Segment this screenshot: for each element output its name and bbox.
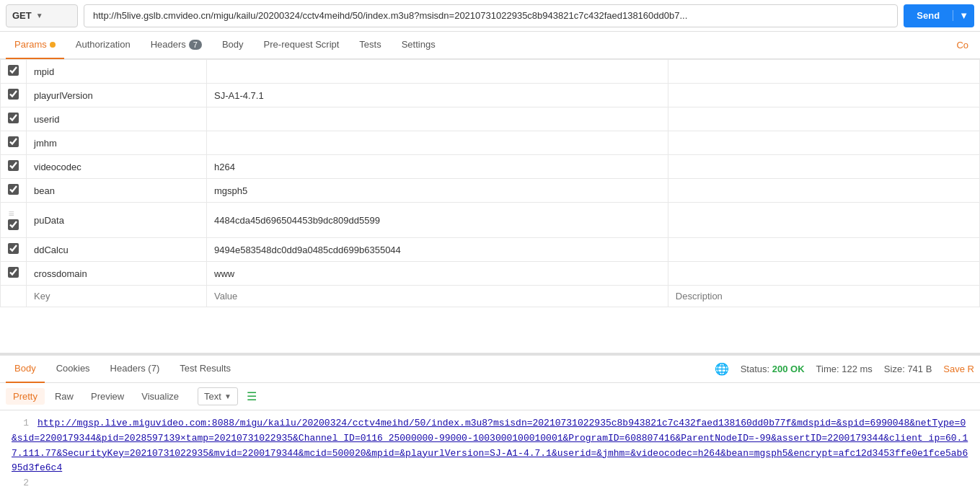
- param-checkbox-7[interactable]: [8, 243, 19, 254]
- checkbox-cell-1: [1, 84, 27, 107]
- fmt-tab-visualize[interactable]: Visualize: [134, 388, 186, 405]
- params-footer-row: [1, 286, 980, 307]
- table-row: crossdomain www: [1, 262, 980, 286]
- fmt-tab-pretty[interactable]: Pretty: [6, 388, 45, 405]
- tab-params[interactable]: Params: [6, 32, 64, 59]
- response-tab-cookies[interactable]: Cookies: [48, 356, 99, 383]
- tab-settings-label: Settings: [402, 39, 436, 50]
- response-tab-test-results[interactable]: Test Results: [171, 356, 239, 383]
- tab-prerequest[interactable]: Pre-request Script: [255, 32, 348, 59]
- table-row: playurlVersion SJ-A1-4.7.1: [1, 84, 980, 107]
- tab-authorization[interactable]: Authorization: [67, 32, 139, 59]
- tab-headers[interactable]: Headers 7: [142, 32, 211, 59]
- size-label: Size: 741 B: [884, 364, 932, 374]
- response-meta: 🌐 Status: 200 OK Time: 122 ms Size: 741 …: [715, 362, 974, 376]
- checkbox-cell-0: [1, 60, 27, 84]
- value-cell-2: [207, 107, 668, 131]
- value-cell-1: SJ-A1-4.7.1: [207, 84, 668, 107]
- checkbox-cell-2: [1, 107, 27, 131]
- url-input[interactable]: [84, 4, 898, 27]
- checkbox-cell-3: [1, 131, 27, 155]
- value-cell-5: mgsph5: [207, 179, 668, 203]
- params-dot: [50, 42, 56, 48]
- tab-prerequest-label: Pre-request Script: [264, 39, 340, 50]
- wrap-icon[interactable]: ☰: [247, 390, 257, 403]
- tab-settings[interactable]: Settings: [393, 32, 444, 59]
- table-row: userid: [1, 107, 980, 131]
- response-tab-cookies-label: Cookies: [56, 363, 90, 374]
- globe-icon[interactable]: 🌐: [715, 362, 729, 376]
- body-format-bar: Pretty Raw Preview Visualize Text ▼ ☰: [0, 383, 980, 410]
- tab-authorization-label: Authorization: [76, 39, 131, 50]
- key-text-1: playurlVersion: [34, 90, 93, 101]
- method-label: GET: [12, 10, 32, 21]
- checkbox-cell-4: [1, 155, 27, 179]
- top-bar: GET ▼ Send ▼: [0, 0, 980, 32]
- fmt-tab-raw[interactable]: Raw: [48, 388, 81, 405]
- body-type-dropdown[interactable]: Text ▼: [198, 387, 238, 405]
- key-cell-2: userid: [27, 107, 207, 131]
- key-cell-7: ddCalcu: [27, 238, 207, 262]
- desc-cell-6: [668, 203, 979, 238]
- tab-tests-label: Tests: [359, 39, 381, 50]
- new-description-input[interactable]: [676, 291, 972, 302]
- checkbox-cell-6: ≡: [1, 203, 27, 238]
- line-number: 1: [12, 416, 29, 431]
- new-key-input[interactable]: [34, 291, 199, 302]
- param-checkbox-5[interactable]: [8, 184, 19, 195]
- headers-badge: 7: [189, 40, 202, 50]
- checkbox-cell-7: [1, 238, 27, 262]
- desc-cell-4: [668, 155, 979, 179]
- param-checkbox-1[interactable]: [8, 89, 19, 100]
- body-type-arrow-icon: ▼: [224, 392, 231, 400]
- new-value-input[interactable]: [214, 291, 661, 302]
- param-checkbox-8[interactable]: [8, 267, 19, 278]
- value-cell-3: [207, 131, 668, 155]
- response-line: 2: [12, 476, 968, 491]
- params-table-wrapper: mpid playurlVersion SJ-A1-4.7.1: [0, 59, 980, 353]
- param-checkbox-0[interactable]: [8, 65, 19, 76]
- param-checkbox-2[interactable]: [8, 113, 19, 123]
- key-text-3: jmhm: [34, 138, 57, 149]
- key-text-2: userid: [34, 114, 59, 125]
- value-text-8: www: [214, 268, 234, 279]
- response-tab-headers[interactable]: Headers (7): [102, 356, 169, 383]
- tab-tests[interactable]: Tests: [350, 32, 389, 59]
- tab-body[interactable]: Body: [213, 32, 252, 59]
- fmt-tab-pretty-label: Pretty: [13, 391, 37, 402]
- save-response-link[interactable]: Save R: [943, 364, 974, 374]
- send-button[interactable]: Send ▼: [904, 4, 974, 27]
- response-url-link[interactable]: http://mgsp.live.miguvideo.com:8088/migu…: [12, 418, 968, 473]
- fmt-tab-preview[interactable]: Preview: [84, 388, 131, 405]
- fmt-tab-preview-label: Preview: [91, 391, 124, 402]
- desc-cell-7: [668, 238, 979, 262]
- response-tab-body[interactable]: Body: [6, 356, 45, 383]
- fmt-tab-raw-label: Raw: [55, 391, 74, 402]
- main-layout: GET ▼ Send ▼ Params Authorization Header…: [0, 0, 980, 497]
- response-content: 1http://mgsp.live.miguvideo.com:8088/mig…: [0, 410, 980, 497]
- value-text-6: 4484cda45d696504453b9dc809dd5599: [214, 215, 380, 226]
- checkbox-cell-5: [1, 179, 27, 203]
- table-row: jmhm: [1, 131, 980, 155]
- tab-more: Co: [950, 40, 974, 50]
- table-row: mpid: [1, 60, 980, 84]
- tab-params-label: Params: [14, 39, 47, 50]
- desc-cell-3: [668, 131, 979, 155]
- fmt-tab-visualize-label: Visualize: [141, 391, 179, 402]
- params-table: mpid playurlVersion SJ-A1-4.7.1: [0, 59, 980, 307]
- status-label: Status: 200 OK: [741, 364, 805, 374]
- key-text-0: mpid: [34, 66, 54, 77]
- time-label: Time: 122 ms: [816, 364, 873, 374]
- response-tab-bar: Body Cookies Headers (7) Test Results 🌐 …: [0, 356, 980, 383]
- value-text-4: h264: [214, 162, 235, 172]
- method-select[interactable]: GET ▼: [6, 4, 78, 27]
- value-cell-8: www: [207, 262, 668, 286]
- param-checkbox-6[interactable]: [8, 219, 19, 230]
- send-dropdown-icon: ▼: [953, 10, 974, 21]
- method-dropdown-icon: ▼: [36, 12, 43, 19]
- request-tab-bar: Params Authorization Headers 7 Body Pre-…: [0, 32, 980, 59]
- param-checkbox-3[interactable]: [8, 136, 19, 147]
- key-cell-0: mpid: [27, 60, 207, 84]
- line-number: 2: [12, 476, 29, 491]
- param-checkbox-4[interactable]: [8, 160, 19, 171]
